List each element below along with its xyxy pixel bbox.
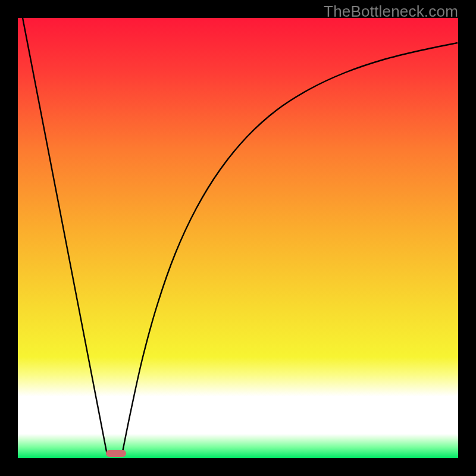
gradient-background [18,18,458,458]
chart-svg [18,18,458,458]
min-marker [106,450,126,457]
chart-frame [18,18,458,458]
